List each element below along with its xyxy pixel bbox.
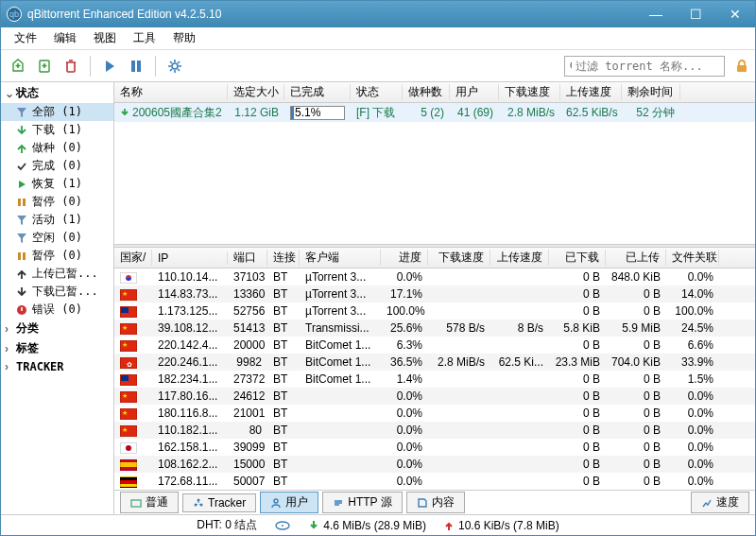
sidebar-item-8[interactable]: 暂停 (0) (1, 247, 113, 265)
peer-col-6[interactable]: 下载速度 (428, 250, 490, 266)
sidebar-item-5[interactable]: 暂停 (0) (1, 193, 113, 211)
torrent-col-6[interactable]: 下载速度 (499, 84, 560, 100)
peer-row[interactable]: 172.68.11...50007BT0.0%0 B0 B0.0% (114, 473, 755, 490)
sidebar-item-3[interactable]: 完成 (0) (1, 157, 113, 175)
peer-row[interactable]: 108.162.2...15000BT0.0%0 B0 B0.0% (114, 456, 755, 473)
menu-工具[interactable]: 工具 (126, 28, 163, 48)
sidebar-item-7[interactable]: 空闲 (0) (1, 229, 113, 247)
peer-row[interactable]: ★39.108.12...51413BTTransmissi...25.6%57… (114, 320, 755, 337)
menubar: 文件编辑视图工具帮助 (1, 27, 755, 50)
peer-row[interactable]: ★110.182.1...80BT0.0%0 B0 B0.0% (114, 422, 755, 439)
tab-用户[interactable]: 用户 (260, 492, 318, 513)
sidebar-item-1[interactable]: 下载 (1) (1, 121, 113, 139)
peer-row[interactable]: ✿220.246.1...9982BTBitComet 1...36.5%2.8… (114, 354, 755, 371)
tab-speed[interactable]: 速度 (691, 492, 749, 513)
maximize-button[interactable]: ☐ (676, 1, 715, 27)
pause-button[interactable] (125, 55, 147, 78)
svg-rect-2 (137, 61, 141, 72)
sidebar-item-10[interactable]: 下载已暂... (1, 283, 113, 301)
expand-icon: › (5, 360, 12, 373)
menu-编辑[interactable]: 编辑 (46, 28, 84, 48)
torrent-col-1[interactable]: 选定大小 (228, 84, 284, 100)
add-link-button[interactable] (7, 55, 29, 78)
flag-icon (114, 475, 152, 488)
peer-col-10[interactable]: 文件关联 (666, 250, 719, 266)
torrent-col-8[interactable]: 剩余时间 (622, 84, 680, 100)
torrent-col-5[interactable]: 用户 (450, 84, 499, 100)
resume-button[interactable] (98, 55, 121, 78)
sidebar-icon (16, 197, 27, 208)
tab-icon (193, 497, 204, 509)
peer-col-9[interactable]: 已上传 (606, 250, 666, 266)
sidebar-status-header[interactable]: ⌄状态 (1, 83, 113, 103)
titlebar[interactable]: qb qBittorrent Enhanced Edition v4.2.5.1… (1, 1, 755, 27)
torrent-row[interactable]: 200605國產合集21.12 GiB5.1%[F] 下载5 (2)41 (69… (114, 103, 755, 122)
peer-col-4[interactable]: 客户端 (300, 250, 381, 266)
sidebar-item-4[interactable]: 恢复 (1) (1, 175, 113, 193)
tab-内容[interactable]: 内容 (406, 492, 465, 513)
sidebar-item-2[interactable]: 做种 (0) (1, 139, 113, 157)
flag-icon: ★ (114, 338, 152, 352)
status-upload[interactable]: 10.6 KiB/s (7.8 MiB) (443, 519, 559, 532)
peer-row[interactable]: ★180.116.8...21001BT0.0%0 B0 B0.0% (114, 405, 755, 422)
torrent-col-2[interactable]: 已完成 (284, 84, 351, 100)
minimize-button[interactable]: — (636, 1, 676, 27)
torrent-col-3[interactable]: 状态 (351, 84, 403, 100)
sidebar-item-0[interactable]: 全部 (1) (1, 103, 113, 121)
sidebar-icon (16, 125, 27, 136)
peer-col-0[interactable]: 国家/ (114, 250, 152, 266)
flag-icon (114, 441, 152, 454)
sidebar-icon (16, 107, 27, 118)
peer-row[interactable]: ★220.142.4...20000BTBitComet 1...6.3%0 B… (114, 337, 755, 354)
peer-row[interactable]: 110.10.14...37103BTµTorrent 3...0.0%0 B8… (114, 268, 755, 285)
menu-文件[interactable]: 文件 (7, 28, 44, 48)
add-torrent-button[interactable] (33, 55, 56, 78)
peer-col-1[interactable]: IP (152, 251, 228, 265)
collapse-icon: ⌄ (5, 87, 12, 100)
status-dht[interactable]: DHT: 0 结点 (197, 517, 257, 533)
close-button[interactable]: ✕ (715, 1, 755, 27)
peer-col-2[interactable]: 端口 (228, 250, 267, 266)
sidebar-label: 全部 (1) (32, 104, 82, 120)
flag-icon (114, 304, 152, 318)
peer-row[interactable]: 182.234.1...27372BTBitComet 1...1.4%0 B0… (114, 371, 755, 388)
sidebar-item-9[interactable]: 上传已暂... (1, 265, 113, 283)
menu-帮助[interactable]: 帮助 (165, 28, 203, 48)
peers-body: 110.10.14...37103BTµTorrent 3...0.0%0 B8… (114, 268, 755, 490)
search-box[interactable] (564, 56, 725, 77)
sidebar-group-标签[interactable]: ›标签 (1, 338, 113, 358)
tab-普通[interactable]: 普通 (120, 492, 179, 513)
peer-row[interactable]: 162.158.1...39099BT0.0%0 B0 B0.0% (114, 439, 755, 456)
separator (90, 56, 91, 77)
remove-button[interactable] (60, 55, 82, 78)
flag-icon (114, 270, 152, 284)
flag-icon (114, 458, 152, 471)
peer-row[interactable]: ★114.83.73...13360BTµTorrent 3...17.1%0 … (114, 285, 755, 303)
torrent-col-4[interactable]: 做种数 (403, 84, 450, 100)
search-input[interactable] (576, 60, 720, 73)
sidebar-item-11[interactable]: 错误 (0) (1, 301, 113, 319)
statusbar: DHT: 0 结点 4.6 MiB/s (28.9 MiB) 10.6 KiB/… (1, 514, 755, 535)
torrent-col-0[interactable]: 名称 (114, 84, 228, 100)
lock-icon[interactable] (734, 59, 749, 74)
sidebar-group-TRACKER[interactable]: ›TRACKER (1, 358, 113, 375)
tab-HTTP 源[interactable]: HTTP 源 (322, 492, 402, 513)
peer-col-3[interactable]: 连接 (267, 250, 300, 266)
flag-icon: ★ (114, 424, 152, 437)
torrent-col-7[interactable]: 上传速度 (560, 84, 622, 100)
peer-col-5[interactable]: 进度 (381, 250, 428, 266)
peer-col-8[interactable]: 已下载 (549, 250, 606, 266)
peer-row[interactable]: ★117.80.16...24612BT0.0%0 B0 B0.0% (114, 388, 755, 405)
svg-rect-9 (23, 252, 26, 260)
peer-col-7[interactable]: 上传速度 (490, 250, 549, 266)
status-download[interactable]: 4.6 MiB/s (28.9 MiB) (308, 519, 426, 532)
tab-Tracker[interactable]: Tracker (182, 493, 256, 512)
sidebar-item-6[interactable]: 活动 (1) (1, 211, 113, 229)
flag-icon: ★ (114, 406, 152, 420)
status-disk-icon[interactable] (274, 520, 291, 531)
sidebar-icon (16, 304, 27, 316)
sidebar-group-分类[interactable]: ›分类 (1, 319, 113, 338)
settings-button[interactable] (163, 55, 186, 78)
menu-视图[interactable]: 视图 (86, 28, 124, 48)
peer-row[interactable]: 1.173.125...52756BTµTorrent 3...100.0%0 … (114, 303, 755, 320)
